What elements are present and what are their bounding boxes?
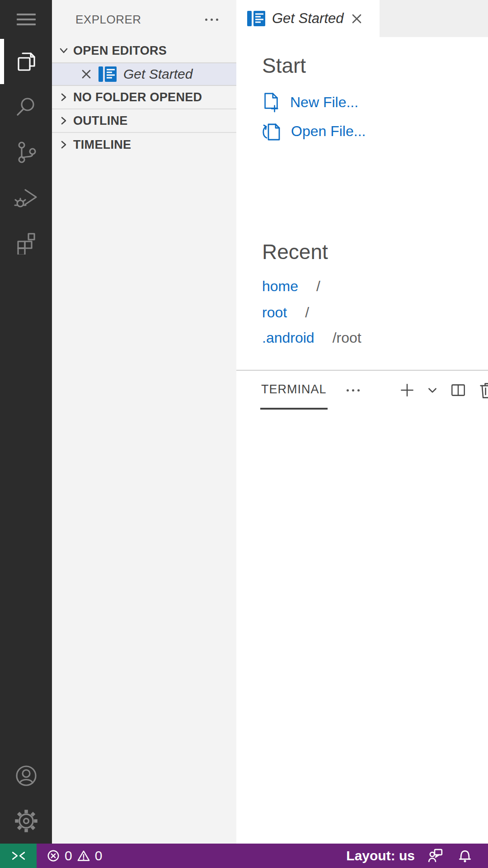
- tab-bar: Get Started: [236, 0, 488, 37]
- recent-path: /: [316, 278, 320, 295]
- sidebar-item-search[interactable]: [0, 84, 52, 129]
- settings-button[interactable]: [0, 798, 52, 844]
- new-file-icon: [261, 92, 281, 113]
- notifications-button[interactable]: [457, 848, 473, 863]
- panel-more-actions-button[interactable]: [347, 389, 360, 392]
- recent-heading: Recent: [262, 240, 488, 264]
- bell-icon: [457, 848, 473, 863]
- sidebar-empty-area: [52, 156, 236, 844]
- tab-label: Get Started: [272, 10, 344, 27]
- section-no-folder-opened[interactable]: NO FOLDER OPENED: [52, 86, 236, 109]
- open-editor-item-get-started[interactable]: Get Started: [52, 62, 236, 86]
- panel-header: TERMINAL: [236, 371, 488, 410]
- section-timeline[interactable]: TIMELINE: [52, 133, 236, 156]
- section-label: OUTLINE: [73, 114, 128, 128]
- new-file-label: New File...: [290, 94, 358, 111]
- search-icon: [14, 94, 38, 119]
- chevron-right-icon: [58, 91, 70, 103]
- remote-icon: [11, 848, 26, 863]
- chevron-down-icon[interactable]: [427, 384, 438, 396]
- sidebar-item-explorer[interactable]: [0, 39, 52, 84]
- recent-item-home[interactable]: home /: [262, 276, 488, 297]
- sidebar-more-actions-button[interactable]: [205, 19, 218, 21]
- open-file-action[interactable]: Open File...: [261, 119, 488, 143]
- extensions-icon: [14, 230, 38, 255]
- error-icon: [47, 849, 60, 863]
- open-editor-label: Get Started: [123, 66, 192, 82]
- trash-icon[interactable]: [478, 381, 488, 400]
- terminal-content[interactable]: [236, 410, 488, 844]
- remote-indicator-button[interactable]: [0, 844, 37, 868]
- error-count: 0: [65, 848, 72, 863]
- recent-link[interactable]: .android: [262, 330, 314, 346]
- warning-count: 0: [95, 848, 103, 863]
- tab-terminal[interactable]: TERMINAL: [260, 371, 328, 410]
- section-open-editors[interactable]: OPEN EDITORS: [52, 39, 236, 62]
- section-label: TIMELINE: [73, 138, 131, 152]
- split-terminal-icon[interactable]: [449, 382, 467, 399]
- recent-link[interactable]: root: [262, 304, 287, 321]
- recent-path: /root: [333, 330, 361, 346]
- welcome-page: Start New File...: [236, 37, 488, 370]
- tab-get-started[interactable]: Get Started: [236, 0, 380, 37]
- section-label: NO FOLDER OPENED: [73, 90, 202, 104]
- active-indicator: [0, 39, 4, 84]
- workbench: EXPLORER OPEN EDITORS: [0, 0, 488, 844]
- chevron-right-icon: [58, 139, 70, 151]
- keyboard-layout-status[interactable]: Layout: us: [346, 848, 415, 863]
- sidebar-item-extensions[interactable]: [0, 220, 52, 265]
- chevron-right-icon: [58, 115, 70, 127]
- recent-path: /: [305, 304, 309, 321]
- activity-bar-spacer: [0, 265, 52, 753]
- new-file-action[interactable]: New File...: [261, 90, 488, 114]
- terminal-panel: TERMINAL: [236, 370, 488, 844]
- problems-status-button[interactable]: 0 0: [47, 848, 102, 863]
- panel-actions: [399, 381, 488, 400]
- explorer-sidebar: EXPLORER OPEN EDITORS: [52, 0, 236, 844]
- new-terminal-icon[interactable]: [399, 382, 416, 399]
- sidebar-title: EXPLORER: [75, 13, 141, 27]
- recent-item-root[interactable]: root /: [262, 302, 488, 323]
- close-tab-icon[interactable]: [351, 13, 363, 25]
- sidebar-title-row: EXPLORER: [52, 0, 236, 39]
- get-started-icon: [247, 10, 265, 27]
- section-outline[interactable]: OUTLINE: [52, 109, 236, 133]
- activity-bar: [0, 0, 52, 844]
- start-heading: Start: [262, 53, 488, 78]
- gear-icon: [14, 808, 39, 834]
- editor-group: Get Started Start New File...: [236, 0, 488, 844]
- menu-icon: [17, 14, 36, 25]
- source-control-icon: [14, 140, 38, 164]
- sidebar-item-run-debug[interactable]: [0, 175, 52, 220]
- open-file-icon: [261, 121, 282, 142]
- status-bar: 0 0 Layout: us: [0, 844, 488, 868]
- terminal-tab-label: TERMINAL: [261, 382, 327, 396]
- open-file-label: Open File...: [291, 123, 366, 140]
- feedback-button[interactable]: [427, 848, 444, 864]
- recent-link[interactable]: home: [262, 278, 298, 295]
- run-debug-icon: [14, 185, 38, 209]
- accounts-button[interactable]: [0, 753, 52, 798]
- application-menu-button[interactable]: [0, 0, 52, 39]
- chevron-down-icon: [58, 45, 70, 57]
- feedback-icon: [427, 848, 444, 864]
- get-started-icon: [99, 66, 117, 82]
- close-editor-icon[interactable]: [81, 69, 92, 80]
- recent-item-android[interactable]: .android /root: [262, 327, 488, 348]
- vscode-window: EXPLORER OPEN EDITORS: [0, 0, 488, 868]
- warning-icon: [77, 849, 90, 863]
- files-icon: [14, 49, 38, 74]
- sidebar-item-source-control[interactable]: [0, 129, 52, 175]
- account-icon: [14, 763, 39, 788]
- section-label: OPEN EDITORS: [73, 44, 167, 58]
